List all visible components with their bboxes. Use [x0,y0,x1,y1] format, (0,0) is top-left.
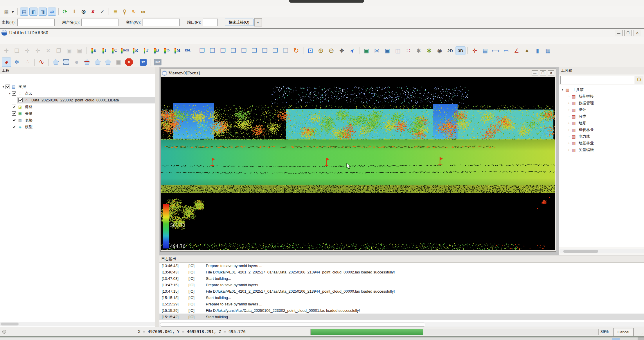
log-line[interactable]: [13:46:43] [IO] File D:/lukai/PE01_4201_… [159,269,644,275]
tree-item-lidata-file[interactable]: ∴ Data_20250106_223302_point_cloud_00001… [0,97,155,103]
log-line[interactable]: [13:47:15] [IO] File D:/lukai/PE01_4201_… [159,288,644,294]
tree-item-model[interactable]: ◈ 模型 [0,124,155,130]
viewer-maximize-button[interactable]: ❐ [540,70,546,76]
toolbox-powerline[interactable]: › ▥ 电力线 [559,133,644,140]
menu-help[interactable] [98,37,106,44]
tree-caret-icon[interactable]: › [567,115,571,118]
profile-select-icon[interactable]: ◕ [2,58,11,67]
ftp-menu-help[interactable] [49,0,57,6]
log-line[interactable]: [15:15:18] [IO] Start building... [159,294,644,301]
tree-item-vector[interactable]: ▦ 矢量 [0,110,155,117]
menu-terrain[interactable] [38,37,45,44]
log-output[interactable]: [13:46:43] [IO] Prepare to save pyramid … [159,262,644,322]
polygon-cut-icon[interactable] [103,58,113,67]
log-line[interactable]: [13:46:43] [IO] Prepare to save pyramid … [159,262,644,269]
point-size-icon[interactable]: ∷ [404,46,413,55]
menu-strip-align[interactable] [8,37,15,44]
password-input[interactable] [143,19,180,26]
tree-checkbox[interactable] [12,105,16,109]
full-extent-icon[interactable]: ⊡ [306,46,315,55]
toolbox-statistics[interactable]: › ▥ 统计 [559,106,644,113]
toolbox-hscrollbar[interactable] [560,249,644,253]
layer-single-icon[interactable] [2,76,9,82]
mode-3d-button[interactable]: 3D [456,46,465,55]
toolbox-vector-edit[interactable]: › ▥ 矢量编辑 [559,146,644,153]
menu-display[interactable] [83,37,91,44]
cancel-selection-icon[interactable]: ✕ [125,58,133,66]
ftp-menu-server[interactable] [33,0,41,6]
measure-distance-icon[interactable]: ⟷ [491,46,500,55]
project-hscrollbar[interactable] [0,322,155,326]
view-back-icon[interactable]: ❒ [250,46,259,55]
toggle-message-log-icon[interactable]: ▤ [20,8,28,16]
log-line[interactable]: [15:15:42] [IO] Start building... [159,314,644,320]
tree-checkbox[interactable] [12,125,16,129]
quickconnect-button[interactable]: 快速连接(Q) [225,19,253,26]
tree-caret-icon[interactable]: › [567,148,571,151]
append-data-icon[interactable]: ✛ [23,46,32,55]
view-left-icon[interactable]: ❒ [218,46,228,55]
disconnect-icon[interactable]: ⊗ [80,8,88,16]
port-input[interactable] [203,19,218,26]
toolbox-tls-forestry[interactable]: › ▥ 地基林业 [559,140,644,146]
ftp-menu-view[interactable] [16,0,24,6]
log-hscrollbar[interactable] [159,322,644,327]
save-selection-icon[interactable]: ▣ [114,58,123,67]
sphere-select-icon[interactable]: ● [72,58,81,67]
point-cloud-render[interactable] [161,77,555,250]
menu-statistics[interactable] [23,37,30,44]
pentagon-select-icon[interactable] [93,58,102,67]
toggle-remote-tree-icon[interactable]: ◨ [39,8,47,16]
toolbox-root[interactable]: ▾ ▥ 工具箱 [559,86,644,93]
tree-caret-icon[interactable]: ▾ [560,88,565,91]
remove-data-icon[interactable]: ✕ [44,46,53,55]
display-by-intensity-icon[interactable]: I [100,46,109,55]
measure-order-icon[interactable]: 12 [140,59,147,66]
tree-item-pointcloud[interactable]: ▾ ∴ 点云 [0,90,155,97]
viewer-titlebar[interactable]: Viewer-0[Focus] —❐✕ [161,69,556,77]
log-line[interactable]: [13:47:03] [IO] Start building... [159,275,644,282]
view-right-icon[interactable]: ❒ [229,46,238,55]
toolbox-strip-align[interactable]: › ▥ 航带拼接 [559,93,644,100]
menu-window[interactable] [75,37,83,44]
view-back-face-icon[interactable]: ❒ [271,46,280,55]
display-mix-icon[interactable]: M [173,46,182,55]
screen-settings-icon[interactable]: ▣ [383,46,392,55]
tree-checkbox[interactable] [18,98,23,102]
measure-volume-icon[interactable]: ▲ [522,46,532,55]
quickconnect-caret-icon[interactable]: ▾ [254,18,262,26]
measure-height-icon[interactable]: ▮ [533,46,542,55]
refresh-icon[interactable]: ⟳ [61,8,69,16]
export-data-icon[interactable]: ❐ [54,46,63,55]
search-icon[interactable] [635,76,643,84]
directory-compare-icon[interactable]: ✔ [98,8,106,16]
toolbox-search-input[interactable] [560,76,634,84]
add-data-icon[interactable]: ✚ [2,46,11,55]
link-viewers-icon[interactable]: ⋈ [372,46,382,55]
display-by-rgb-icon[interactable]: RGB [120,46,130,55]
ftp-menu-newversion[interactable] [57,0,65,6]
filter-icon[interactable]: ‖ [70,8,78,16]
app-close-button[interactable]: ✕ [634,30,641,36]
colored-points-icon[interactable]: ∴ [23,58,32,67]
zoom-out-icon[interactable]: ⊖ [327,46,336,55]
cancel-operation-icon[interactable]: ✘ [89,8,97,16]
window-layout-icon[interactable]: ▤ [481,46,490,55]
vertical-splitter[interactable] [155,67,160,327]
measure-density-icon[interactable]: ▩ [543,46,553,55]
view-front-icon[interactable]: ❒ [239,46,249,55]
display-by-return-icon[interactable]: R [131,46,140,55]
menu-classification[interactable] [30,37,38,44]
view-perspective-icon[interactable]: ❒ [281,46,290,55]
display-by-id-icon[interactable]: ID [162,46,172,55]
synchronized-browsing-icon[interactable]: ↻ [130,8,138,16]
mode-2d-button[interactable]: 2D [445,46,455,55]
profile-chart-icon[interactable]: ∿ [37,58,46,67]
site-manager-icon[interactable]: ▦ [2,8,10,16]
save-icon[interactable]: ▣ [64,46,74,55]
app-minimize-button[interactable]: — [615,30,623,36]
render-settings-icon[interactable]: ✱ [414,46,423,55]
toggle-local-tree-icon[interactable]: ◧ [29,8,37,16]
zoom-in-icon[interactable]: ⊕ [316,46,325,55]
camera-icon[interactable]: ◉ [435,46,444,55]
